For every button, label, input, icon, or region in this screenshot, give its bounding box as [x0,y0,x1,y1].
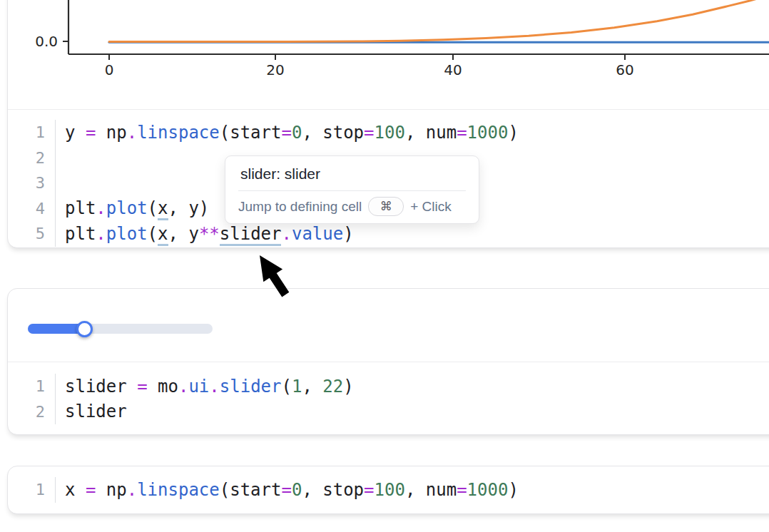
line-number: 1 [8,374,56,399]
code-token: slider [65,377,137,397]
code-token: ** [199,224,220,244]
line-number: 1 [8,120,56,145]
code-token: ( [281,377,291,397]
code-token: 1000 [467,480,509,500]
code-token: 100 [375,480,405,500]
plot-output-area: 0.00204060 [8,0,769,110]
notebook-page: 0.00204060 1y = np.linspace(start=0, sto… [0,0,769,532]
code-line-text: slider = mo.ui.slider(1, 22) [56,377,354,397]
code-token: = [364,123,374,143]
code-token: plt [65,224,96,244]
code-token: = [364,480,374,500]
code-token: 100 [375,123,405,143]
code-line-text: plt.plot(x, y**slider.value) [56,224,354,244]
tick-label: 0.0 [35,33,58,50]
code-token: x [65,480,86,500]
tick-label: 0 [105,61,114,78]
code-token: = [281,480,291,500]
code-line-text: y = np.linspace(start=0, stop=100, num=1… [56,123,519,143]
code-token: . [209,377,219,397]
code-token: linspace [137,480,220,500]
code-token: value [292,224,343,244]
code-token: (start [220,123,282,143]
code-token: ( [148,198,158,218]
code-token: np [96,480,126,500]
code-token: , num [405,480,457,500]
code-token: 1000 [467,123,509,143]
tick-label: 40 [444,61,462,78]
code-line-text: slider [56,401,127,421]
code-token: , stop [302,123,364,143]
code-line: 5plt.plot(x, y**slider.value) [8,221,769,247]
code-token: , stop [302,480,364,500]
slider-input[interactable] [28,324,213,334]
line-number: 2 [8,145,56,171]
code-line: 2slider [8,399,769,425]
click-hint-label: + Click [410,199,452,215]
code-line: 1x = np.linspace(start=0, stop=100, num=… [8,477,769,503]
code-token: ) [343,377,353,397]
matplotlib-plot: 0.00204060 [8,0,769,110]
line-number: 2 [8,399,56,425]
code-token: 1 [292,377,302,397]
code-token: np [96,123,126,143]
code-token: = [457,123,467,143]
variable-tooltip: slider: slider Jump to defining cell ⌘ +… [225,155,479,224]
line-number: 1 [8,477,56,503]
code-token: , y) [168,198,210,218]
code-token: plot [106,198,148,218]
tick-label: 20 [266,61,284,78]
code-token: plot [106,224,148,244]
code-token: 0 [292,480,302,500]
line-number: 5 [8,221,56,247]
command-key-badge: ⌘ [368,197,404,216]
line-number: 3 [8,170,56,196]
code-line-text: x = np.linspace(start=0, stop=100, num=1… [56,480,519,500]
code-token: = [281,123,291,143]
code-token: slider [65,401,127,421]
mouse-cursor-icon [257,254,294,301]
slider-output-area [8,289,769,362]
code-token: ) [343,224,353,244]
tooltip-action-row: Jump to defining cell ⌘ + Click [225,191,479,223]
code-token: ( [148,224,158,244]
code-line: 1y = np.linspace(start=0, stop=100, num=… [8,120,769,145]
code-token: ui [188,377,209,397]
series-line [109,0,763,42]
highlighted-variable: x [158,198,168,218]
slider-thumb[interactable] [76,321,93,337]
code-token: 0 [292,123,302,143]
code-token: . [96,224,106,244]
code-token: = [86,480,96,500]
code-token: slider [220,377,282,397]
code-token: = [137,377,147,397]
code-token: 22 [322,377,343,397]
code-token: . [178,377,188,397]
code-token: = [457,480,467,500]
code-editor[interactable]: 1slider = mo.ui.slider(1, 22)2slider [8,362,769,431]
tooltip-title: slider: slider [225,156,479,190]
code-token: mo [148,377,178,397]
code-line-text: plt.plot(x, y) [56,198,209,218]
cell-slider: 1slider = mo.ui.slider(1, 22)2slider [7,288,769,435]
code-line: 1slider = mo.ui.slider(1, 22) [8,374,769,399]
code-token: ) [508,480,518,500]
code-editor[interactable]: 1x = np.linspace(start=0, stop=100, num=… [8,466,769,510]
code-token: (start [220,480,282,500]
code-token: ) [508,123,518,143]
highlighted-variable: x [158,224,168,244]
line-number: 4 [8,196,56,222]
cell-x-definition: 1x = np.linspace(start=0, stop=100, num=… [7,466,769,514]
code-token: . [127,123,137,143]
code-token: , y [168,224,199,244]
code-token: linspace [137,123,220,143]
code-token: . [281,224,291,244]
code-token: plt [65,198,96,218]
highlighted-variable: slider [220,224,282,244]
code-token: = [86,123,96,143]
code-token: . [127,480,137,500]
jump-to-defining-cell-label: Jump to defining cell [238,199,362,215]
code-token: , num [405,123,457,143]
code-token: . [96,198,106,218]
code-token: , [302,377,322,397]
